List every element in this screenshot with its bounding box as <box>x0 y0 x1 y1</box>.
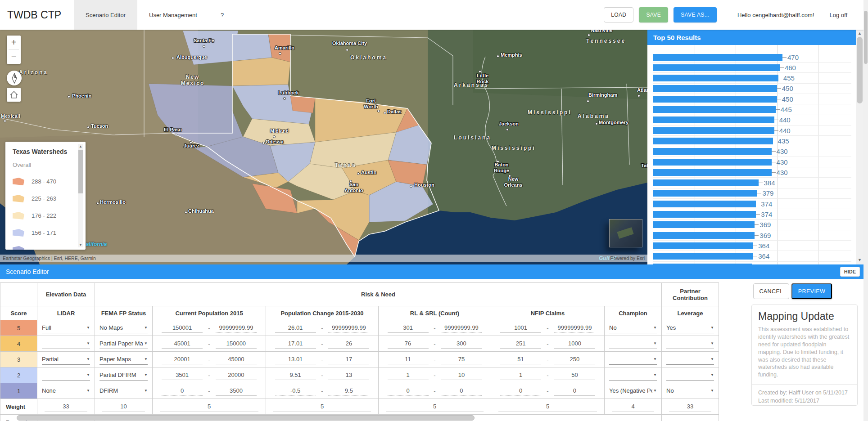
champion-select[interactable]: No▼ <box>609 322 657 333</box>
current-population-range-max-input[interactable]: 150000 <box>216 339 257 349</box>
population-change-range-max-input[interactable]: 26 <box>328 339 369 349</box>
nfip-claims-range-min-input[interactable]: 251 <box>500 339 542 349</box>
tab-blank[interactable]: ? <box>209 0 235 30</box>
result-bar[interactable] <box>653 106 776 113</box>
champion-select[interactable]: ▼ <box>609 370 657 381</box>
result-bar[interactable] <box>653 54 782 61</box>
current-population-range-min-input[interactable]: 0 <box>162 386 203 396</box>
weight-input[interactable]: 5 <box>160 401 258 412</box>
rl-srl-range-max-input[interactable]: 300 <box>441 339 482 349</box>
hide-button[interactable]: HIDE <box>840 267 860 277</box>
fema-fp-status-select[interactable]: Partial Paper Maps▼ <box>99 338 148 349</box>
rl-srl-range-min-input[interactable]: 301 <box>388 323 429 333</box>
fema-fp-status-select[interactable]: Partial DFIRM▼ <box>99 370 148 381</box>
result-bar[interactable] <box>653 211 756 218</box>
result-bar[interactable] <box>653 232 755 239</box>
current-population-range-max-input[interactable]: 45000 <box>216 354 257 364</box>
champion-select[interactable]: ▼ <box>609 354 657 365</box>
result-bar[interactable] <box>653 138 773 144</box>
fema-fp-status-select[interactable]: DFIRM▼ <box>99 385 148 396</box>
population-change-range-min-input[interactable]: 26.01 <box>275 323 316 333</box>
scroll-up-icon[interactable]: ▲ <box>78 144 83 148</box>
population-change-range-min-input[interactable]: 17.01 <box>275 339 316 349</box>
current-population-range-min-input[interactable]: 3501 <box>162 370 203 380</box>
population-change-range-max-input[interactable]: 13 <box>328 370 369 380</box>
result-bar[interactable] <box>653 159 772 166</box>
compass-button[interactable] <box>7 71 22 85</box>
lidar-select[interactable]: Full▼ <box>42 322 90 333</box>
tab-user-management[interactable]: User Management <box>137 0 209 30</box>
results-scroll-thumb[interactable] <box>857 37 863 103</box>
map-canvas[interactable]: ArizonaNew MexicoOklahomaArkansasTenness… <box>0 30 647 264</box>
lidar-select[interactable]: None▼ <box>42 385 90 396</box>
cancel-button[interactable]: CANCEL <box>753 283 789 299</box>
scroll-up-icon[interactable]: ▲ <box>856 31 863 36</box>
result-bar[interactable] <box>653 85 777 92</box>
weight-input[interactable]: 5 <box>273 401 371 412</box>
nfip-claims-range-min-input[interactable]: 1001 <box>500 323 542 333</box>
save-button[interactable]: SAVE <box>639 7 668 22</box>
current-population-range-max-input[interactable]: 99999999.99 <box>216 323 257 333</box>
population-change-range-max-input[interactable]: 17 <box>328 354 369 364</box>
rl-srl-range-min-input[interactable]: 76 <box>388 339 429 349</box>
leverage-select[interactable]: ▼ <box>666 354 714 365</box>
zoom-out-button[interactable]: − <box>7 50 21 64</box>
current-population-range-min-input[interactable]: 150001 <box>162 323 203 333</box>
zoom-in-button[interactable]: + <box>7 36 21 49</box>
champion-select[interactable]: Yes (Negative Points)▼ <box>609 385 657 396</box>
population-change-range-min-input[interactable]: 9.51 <box>275 370 316 380</box>
current-population-range-min-input[interactable]: 45001 <box>162 339 203 349</box>
rl-srl-range-max-input[interactable]: 0 <box>441 386 482 396</box>
leverage-select[interactable]: ▼ <box>666 370 714 381</box>
result-bar[interactable] <box>653 221 755 228</box>
result-bar[interactable] <box>653 201 756 207</box>
current-population-range-max-input[interactable]: 3500 <box>216 386 257 396</box>
tab-scenario-editor[interactable]: Scenario Editor <box>74 0 137 30</box>
result-bar[interactable] <box>653 190 757 197</box>
nfip-claims-range-max-input[interactable]: 250 <box>554 354 596 364</box>
results-scrollbar[interactable]: ▲ ▼ <box>856 30 863 264</box>
scroll-down-icon[interactable]: ▼ <box>856 258 863 262</box>
load-button[interactable]: LOAD <box>604 7 633 22</box>
result-bar[interactable] <box>653 148 772 155</box>
champion-select[interactable]: ▼ <box>609 338 657 349</box>
log-off-link[interactable]: Log off <box>829 12 847 18</box>
population-change-range-max-input[interactable]: 99999999.99 <box>328 323 369 333</box>
nfip-claims-range-max-input[interactable]: 0 <box>554 386 596 396</box>
weight-input[interactable]: 4 <box>612 401 654 412</box>
result-bar[interactable] <box>653 179 759 186</box>
legend-scrollbar[interactable]: ▲ ▼ <box>78 144 83 247</box>
lidar-select[interactable]: ▼ <box>42 370 90 381</box>
leverage-select[interactable]: ▼ <box>666 338 714 349</box>
overview-inset-map[interactable] <box>609 219 642 247</box>
leverage-select[interactable]: No▼ <box>666 385 714 396</box>
rl-srl-range-max-input[interactable]: 10 <box>441 370 482 380</box>
leverage-select[interactable]: Yes▼ <box>666 322 714 333</box>
lidar-select[interactable]: ▼ <box>42 338 90 349</box>
save-as-button[interactable]: SAVE AS... <box>674 7 717 22</box>
result-bar[interactable] <box>653 116 774 123</box>
lidar-select[interactable]: Partial▼ <box>42 354 90 365</box>
fema-fp-status-select[interactable]: Paper Maps▼ <box>99 354 148 365</box>
rl-srl-range-min-input[interactable]: 0 <box>388 386 429 396</box>
population-change-range-min-input[interactable]: -0.5 <box>275 386 316 396</box>
result-bar[interactable] <box>653 96 777 103</box>
home-extent-button[interactable] <box>7 88 21 102</box>
rl-srl-range-min-input[interactable]: 11 <box>388 354 429 364</box>
result-bar[interactable] <box>653 127 774 134</box>
result-bar[interactable] <box>653 253 753 260</box>
nfip-claims-range-min-input[interactable]: 0 <box>500 386 542 396</box>
nfip-claims-range-min-input[interactable]: 51 <box>500 354 542 364</box>
nfip-claims-range-max-input[interactable]: 99999999.99 <box>554 323 596 333</box>
weight-input[interactable]: 5 <box>386 401 484 412</box>
horizontal-scrollbar-thumb[interactable] <box>17 415 475 421</box>
population-change-range-min-input[interactable]: 13.01 <box>275 354 316 364</box>
weight-input[interactable]: 5 <box>498 401 597 412</box>
result-bar[interactable] <box>653 75 778 81</box>
current-population-range-min-input[interactable]: 20001 <box>162 354 203 364</box>
fema-fp-status-select[interactable]: No Maps▼ <box>99 322 148 333</box>
legend-scroll-thumb[interactable] <box>78 150 83 193</box>
scroll-down-icon[interactable]: ▼ <box>78 243 83 247</box>
result-bar[interactable] <box>653 242 753 249</box>
result-bar[interactable] <box>653 64 780 71</box>
